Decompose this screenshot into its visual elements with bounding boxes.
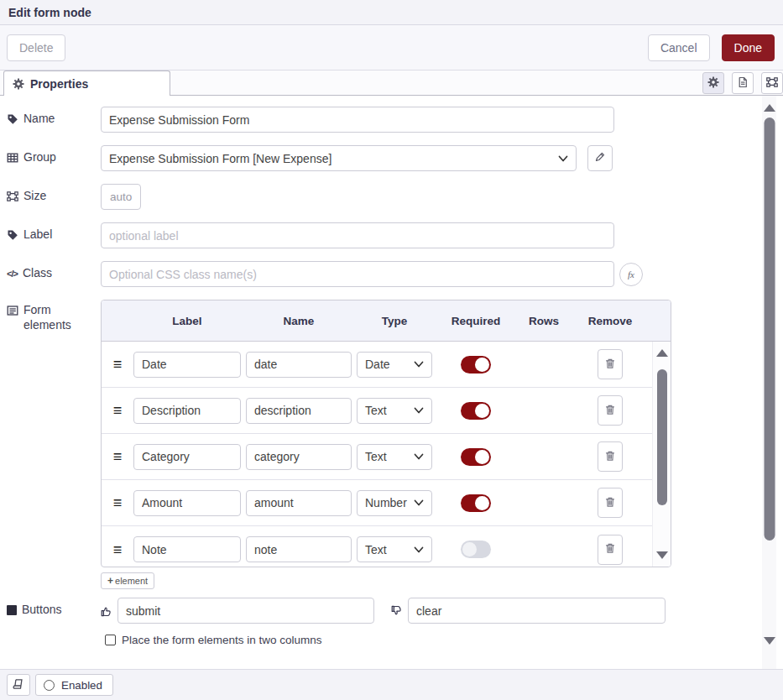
- element-type-value: Date: [365, 358, 414, 371]
- group-label: Group: [7, 145, 101, 165]
- node-help-button[interactable]: [7, 674, 30, 696]
- description-icon-button[interactable]: [732, 72, 754, 94]
- drag-handle-icon[interactable]: ≡: [107, 357, 128, 372]
- delete-element-button[interactable]: [598, 441, 623, 472]
- list-icon: [7, 305, 18, 316]
- size-label: Size: [7, 184, 101, 204]
- required-toggle[interactable]: [461, 402, 491, 420]
- header-name: Name: [246, 315, 352, 327]
- drag-handle-icon[interactable]: ≡: [107, 403, 128, 418]
- header-required: Required: [437, 315, 514, 327]
- required-toggle[interactable]: [461, 541, 491, 558]
- radio-circle-icon: [44, 680, 55, 691]
- fx-icon[interactable]: fx: [619, 263, 643, 286]
- element-type-value: Text: [365, 543, 414, 556]
- form-elements-label: Form elements: [7, 300, 101, 332]
- drag-handle-icon[interactable]: ≡: [107, 495, 128, 510]
- toggle-knob: [462, 542, 477, 556]
- two-columns-checkbox[interactable]: [105, 635, 116, 645]
- label-label: Label: [7, 222, 101, 243]
- panel-scrollbar[interactable]: [762, 96, 776, 669]
- element-type-select[interactable]: Text: [357, 444, 432, 470]
- chevron-down-icon: [414, 496, 424, 509]
- element-label-input[interactable]: [133, 536, 241, 562]
- elements-scrollbar[interactable]: [652, 342, 671, 567]
- element-type-select[interactable]: Text: [357, 398, 432, 424]
- object-size-icon: [7, 191, 18, 202]
- cancel-button[interactable]: Cancel: [648, 34, 710, 61]
- chevron-down-icon: [414, 404, 424, 417]
- element-type-select[interactable]: Number: [357, 490, 432, 516]
- element-type-select[interactable]: Text: [357, 536, 432, 562]
- tab-properties[interactable]: Properties: [3, 71, 170, 96]
- element-label-input[interactable]: [133, 352, 241, 378]
- trash-icon: [604, 450, 616, 464]
- name-label: Name: [7, 107, 101, 127]
- submit-button-input[interactable]: [117, 598, 374, 624]
- required-toggle[interactable]: [461, 356, 491, 374]
- element-label-input[interactable]: [133, 444, 241, 470]
- class-label: </> Class: [7, 261, 101, 281]
- delete-element-button[interactable]: [598, 349, 623, 379]
- class-input[interactable]: [101, 261, 614, 287]
- panel-scrollbar-thumb[interactable]: [764, 118, 775, 541]
- toggle-knob: [475, 450, 489, 464]
- dialog-title: Edit form node: [8, 6, 91, 19]
- scroll-down-arrow[interactable]: [656, 551, 668, 559]
- two-columns-label: Place the form elements in two columns: [122, 634, 322, 646]
- name-input[interactable]: [101, 107, 614, 133]
- tag-icon: [7, 113, 18, 125]
- elements-table-body: ≡ Date ≡ Text: [102, 342, 671, 567]
- delete-button[interactable]: Delete: [7, 34, 65, 61]
- enabled-toggle-button[interactable]: Enabled: [35, 674, 113, 696]
- name-row: Name: [7, 107, 783, 133]
- form-element-row: ≡ Text: [102, 434, 652, 480]
- dialog-toolbar: Delete Cancel Done: [0, 25, 783, 71]
- delete-element-button[interactable]: [598, 395, 623, 426]
- delete-element-button[interactable]: [598, 488, 623, 518]
- group-select[interactable]: Expense Submission Form [New Expense]: [101, 145, 577, 171]
- size-row: Size auto: [7, 184, 783, 210]
- element-type-select[interactable]: Date: [357, 352, 432, 378]
- size-button[interactable]: auto: [101, 184, 141, 210]
- elements-scrollbar-thumb[interactable]: [657, 369, 667, 505]
- drag-handle-icon[interactable]: ≡: [107, 449, 128, 464]
- element-label-input[interactable]: [133, 398, 241, 424]
- add-element-button[interactable]: + element: [101, 572, 154, 589]
- properties-icon-button[interactable]: [702, 72, 724, 94]
- edit-group-button[interactable]: [587, 145, 613, 171]
- gear-icon: [13, 78, 24, 90]
- done-button[interactable]: Done: [722, 34, 775, 61]
- properties-panel: Name Group Expense Submission Form [New …: [0, 96, 783, 669]
- square-icon: [7, 605, 17, 615]
- pencil-icon: [594, 151, 606, 165]
- required-toggle[interactable]: [461, 494, 491, 512]
- toggle-knob: [475, 404, 489, 418]
- header-remove: Remove: [573, 315, 647, 327]
- element-name-input[interactable]: [246, 352, 352, 378]
- plus-icon: +: [107, 575, 113, 587]
- clear-button-input[interactable]: [408, 598, 666, 624]
- element-name-input[interactable]: [246, 490, 352, 516]
- two-columns-row: Place the form elements in two columns: [105, 634, 783, 646]
- drag-handle-icon[interactable]: ≡: [107, 542, 128, 557]
- header-label: Label: [133, 315, 241, 327]
- scroll-down-arrow[interactable]: [764, 637, 775, 645]
- scroll-up-arrow[interactable]: [764, 104, 775, 112]
- required-toggle[interactable]: [461, 448, 491, 466]
- element-name-input[interactable]: [246, 398, 352, 424]
- tab-properties-label: Properties: [30, 77, 88, 91]
- label-input[interactable]: [101, 222, 614, 248]
- element-name-input[interactable]: [246, 444, 352, 470]
- label-row: Label: [7, 222, 783, 248]
- trash-icon: [604, 404, 616, 418]
- element-label-input[interactable]: [133, 490, 241, 516]
- element-name-input[interactable]: [246, 536, 352, 562]
- delete-element-button[interactable]: [598, 535, 623, 565]
- class-row: </> Class fx: [7, 261, 783, 287]
- chevron-down-icon: [414, 450, 424, 463]
- appearance-icon-button[interactable]: [761, 72, 783, 94]
- code-icon: </>: [7, 269, 18, 279]
- trash-icon: [604, 542, 616, 556]
- scroll-up-arrow[interactable]: [656, 349, 668, 357]
